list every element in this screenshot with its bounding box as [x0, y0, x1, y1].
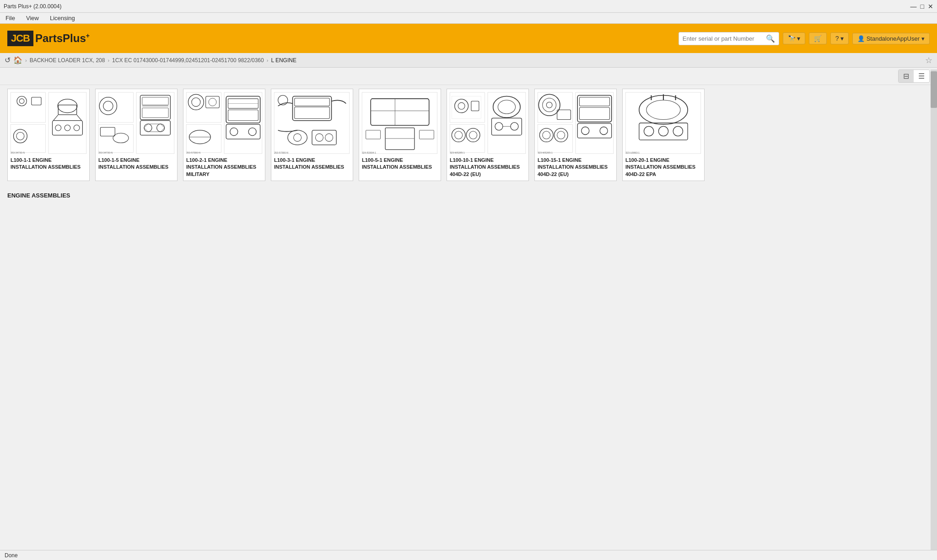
user-icon: 👤: [857, 35, 865, 42]
part-card[interactable]: 253-57390-N L100-2-1 ENGINE INSTALLATION…: [183, 89, 265, 181]
part-card-label: L100-20-1 ENGINE INSTALLATION ASSEMBLIES…: [625, 155, 702, 179]
jcb-logo: JCB: [7, 31, 33, 46]
list-view-icon: ☰: [918, 72, 925, 80]
svg-text:253-34730-N: 253-34730-N: [98, 151, 113, 154]
part-card-image: 253-34730-N: [10, 91, 87, 155]
app-name: PartsPlus+: [35, 32, 90, 45]
breadcrumb-item-2[interactable]: 1CX EC 01743000-01744999,02451201-024517…: [112, 57, 264, 64]
minimize-button[interactable]: —: [910, 3, 917, 10]
home-icon[interactable]: 🏠: [13, 56, 22, 64]
scrollbar-thumb[interactable]: [931, 71, 937, 108]
svg-rect-2: [48, 92, 86, 154]
search-box: 🔍: [679, 32, 779, 45]
part-card[interactable]: 253-34730-N L100-1-1 ENGINE INSTALLATION…: [7, 89, 90, 181]
favorite-star-icon[interactable]: ☆: [925, 55, 932, 65]
part-card-label: L100-2-1 ENGINE INSTALLATION ASSEMBLIES …: [185, 155, 263, 179]
svg-text:253-57390-N: 253-57390-N: [274, 151, 288, 154]
part-card-image: 253-57390-N: [273, 91, 351, 155]
user-button[interactable]: 👤 StandaloneAppUser ▾: [852, 33, 930, 44]
breadcrumb-bar: ↺ 🏠 › BACKHOE LOADER 1CX, 208 › 1CX EC 0…: [0, 53, 937, 68]
svg-rect-71: [488, 92, 526, 154]
part-card[interactable]: 323-WS265-1 L100-15-1 ENGINE INSTALLATIO…: [534, 89, 617, 181]
svg-text:323-WS265-1: 323-WS265-1: [538, 151, 553, 154]
section-heading: ENGINE ASSEMBLIES: [7, 192, 930, 199]
view-toggle: ⊟ ☰: [898, 69, 930, 83]
svg-rect-32: [186, 92, 221, 123]
part-card-image: 253-34730-N: [97, 91, 175, 155]
help-dropdown-icon: ▾: [840, 35, 844, 42]
svg-rect-89: [576, 92, 614, 154]
app-header: JCB PartsPlus+ 🔍 🔭 ▾ 🛒 ? ▾ 👤 StandaloneA…: [0, 24, 937, 53]
svg-text:253-34730-N: 253-34730-N: [11, 151, 25, 154]
user-dropdown-icon: ▾: [921, 35, 925, 42]
cart-button[interactable]: 🛒: [809, 32, 827, 44]
binoculars-button[interactable]: 🔭 ▾: [783, 32, 805, 44]
maximize-button[interactable]: □: [921, 3, 924, 10]
svg-rect-0: [11, 92, 46, 123]
part-card-label: L100-5-1 ENGINE INSTALLATION ASSEMBLIES: [361, 155, 439, 172]
svg-rect-18: [98, 124, 134, 153]
part-card-image: 253-57390-N: [185, 91, 263, 155]
svg-text:253-57390-N: 253-57390-N: [186, 151, 200, 154]
part-card[interactable]: 323-U0863-1 L100-20-1 ENGINE INSTALLATIO…: [622, 89, 705, 181]
part-card-image: 323-WS265-1: [537, 91, 614, 155]
user-name: StandaloneAppUser: [867, 35, 920, 42]
part-card-label: L100-15-1 ENGINE INSTALLATION ASSEMBLIES…: [537, 155, 614, 179]
list-view-button[interactable]: ☰: [914, 70, 929, 82]
scrollbar-track[interactable]: [931, 69, 937, 547]
close-button[interactable]: ✕: [928, 3, 933, 10]
part-card-label: L100-3-1 ENGINE INSTALLATION ASSEMBLIES: [273, 155, 351, 172]
part-card-image: 323-U0863-1: [625, 91, 702, 155]
part-card-image: 324-R2694-1: [361, 91, 439, 155]
grid-view-button[interactable]: ⊟: [899, 70, 914, 82]
menu-bar: File View Licensing: [0, 13, 937, 24]
menu-file[interactable]: File: [4, 14, 17, 22]
back-nav-icon[interactable]: ↺: [5, 56, 11, 64]
app-title: Parts Plus+ (2.00.0004): [4, 3, 61, 10]
cart-icon: 🛒: [814, 35, 822, 42]
logo-area: JCB PartsPlus+: [7, 31, 90, 46]
header-right: 🔍 🔭 ▾ 🛒 ? ▾ 👤 StandaloneAppUser ▾: [679, 32, 930, 45]
binoculars-icon: 🔭: [788, 35, 796, 42]
svg-text:324-R2694-1: 324-R2694-1: [362, 151, 376, 154]
breadcrumb-sep-2: ›: [108, 58, 109, 63]
menu-licensing[interactable]: Licensing: [48, 14, 77, 22]
main-content: 253-34730-N L100-1-1 ENGINE INSTALLATION…: [0, 85, 937, 547]
part-card-image: 323-WS285-1: [449, 91, 527, 155]
help-button[interactable]: ? ▾: [830, 32, 849, 44]
svg-rect-49: [274, 92, 350, 154]
svg-rect-60: [362, 92, 437, 154]
grid-view-icon: ⊟: [903, 72, 909, 80]
svg-text:323-WS285-1: 323-WS285-1: [450, 151, 465, 154]
help-icon: ?: [835, 35, 839, 42]
part-card-label: L100-1-5 ENGINE INSTALLATION ASSEMBLIES: [97, 155, 175, 172]
part-card[interactable]: 253-34730-N L100-1-5 ENGINE INSTALLATION…: [95, 89, 178, 181]
breadcrumb-sep-1: ›: [25, 58, 27, 63]
search-button[interactable]: 🔍: [766, 34, 775, 43]
search-input[interactable]: [683, 35, 766, 42]
breadcrumb-item-1[interactable]: BACKHOE LOADER 1CX, 208: [30, 57, 105, 64]
part-card[interactable]: 323-WS285-1 L100-10-1 ENGINE INSTALLATIO…: [447, 89, 529, 181]
svg-rect-33: [186, 124, 221, 153]
svg-text:323-U0863-1: 323-U0863-1: [625, 151, 640, 154]
part-card-label: L100-1-1 ENGINE INSTALLATION ASSEMBLIES: [10, 155, 87, 172]
parts-grid: 253-34730-N L100-1-1 ENGINE INSTALLATION…: [7, 89, 930, 188]
binoculars-dropdown-icon: ▾: [797, 35, 800, 42]
svg-rect-1: [11, 124, 46, 153]
part-card-label: L100-10-1 ENGINE INSTALLATION ASSEMBLIES…: [449, 155, 527, 179]
menu-view[interactable]: View: [24, 14, 41, 22]
breadcrumb-sep-3: ›: [267, 58, 269, 63]
title-bar: Parts Plus+ (2.00.0004) — □ ✕: [0, 0, 937, 13]
part-card[interactable]: 324-R2694-1 L100-5-1 ENGINE INSTALLATION…: [359, 89, 441, 181]
part-card[interactable]: 253-57390-N L100-3-1 ENGINE INSTALLATION…: [271, 89, 353, 181]
window-controls: — □ ✕: [910, 3, 933, 10]
breadcrumb-current: L ENGINE: [271, 57, 296, 64]
